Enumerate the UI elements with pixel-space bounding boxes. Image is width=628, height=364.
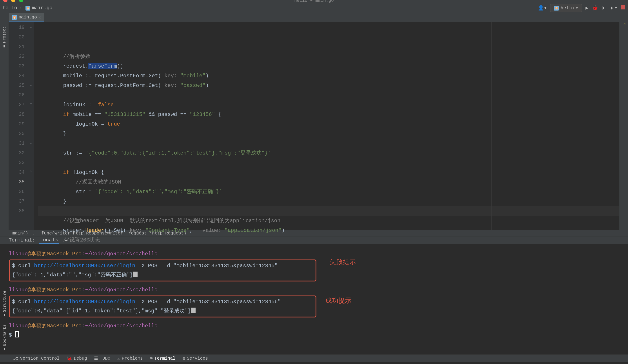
toolwindow-terminal[interactable]: ⌨Terminal	[150, 356, 175, 361]
todo-icon: ☰	[94, 356, 98, 361]
editor-tabs: 🐹 main.go ✕	[0, 13, 628, 22]
structure-icon: ▮	[2, 313, 7, 318]
toolwindow-label: Problems	[122, 356, 143, 361]
toolwindow-label: Terminal	[154, 356, 175, 361]
terminal-line: lishuo@李硕的MacBook Pro:~/Code/goRoot/src/…	[9, 249, 619, 259]
terminal-title: Terminal:	[9, 238, 35, 243]
toolwindow-services[interactable]: ⚙Services	[182, 356, 208, 361]
breadcrumb-sep: 〉	[19, 5, 24, 11]
right-sidebar	[619, 22, 628, 230]
breadcrumb[interactable]: hello 〉 🐹 main.go	[3, 5, 52, 11]
structure-toolwindow-tab[interactable]: ▮ Structure	[2, 291, 7, 318]
editor-area: ▮ Project 192021222324252627282930313233…	[0, 22, 628, 230]
terminal[interactable]: lishuo@李硕的MacBook Pro:~/Code/goRoot/src/…	[0, 244, 628, 354]
breadcrumb-file[interactable]: main.go	[32, 5, 52, 11]
terminal-line: lishuo@李硕的MacBook Pro:~/Code/goRoot/src/…	[9, 285, 619, 295]
terminal-response: {"code":0,"data":{"id":1,"token":"test"}…	[12, 306, 313, 316]
folder-icon: ▮	[2, 44, 6, 49]
titlebar: hello – main.go	[0, 0, 628, 3]
stop-button[interactable]	[621, 5, 625, 11]
chevron-down-icon: ▾	[575, 5, 578, 11]
scope-fn1[interactable]: main()	[12, 231, 28, 236]
toolwindow-version-control[interactable]: ⎇Version Control	[13, 356, 60, 361]
close-window-button[interactable]	[3, 0, 7, 2]
git-icon: ⎇	[13, 356, 18, 361]
left-sidebar-bottom: ▮ Structure ▮ Bookmarks	[0, 291, 9, 356]
run-with-coverage-button[interactable]: ⏵	[601, 5, 606, 11]
terminal-cmd: $ curl http://localhost:8080/user/login …	[12, 261, 313, 270]
run-toolbar: 👤▾ 🐹 hello ▾ ▶ 🐞 ⏵ ⏵▾	[538, 4, 625, 12]
run-config-selector[interactable]: 🐹 hello ▾	[550, 4, 582, 12]
breadcrumb-sep: 〉	[32, 230, 37, 236]
run-button[interactable]: ▶	[586, 5, 588, 11]
annotation-box-ok: $ curl http://localhost:8080/user/login …	[9, 296, 316, 317]
bookmark-icon: ▮	[2, 347, 7, 352]
toolwindow-debug[interactable]: 🐞Debug	[67, 356, 87, 361]
fold-column[interactable]: ⌄⌄⌃⌄⌃	[29, 22, 34, 230]
svc-icon: ⚙	[182, 356, 185, 361]
user-icon[interactable]: 👤▾	[538, 5, 547, 11]
terminal-url-link[interactable]: http://localhost:8080/user/login	[34, 263, 135, 269]
warn-icon: ⚠	[117, 356, 120, 361]
annotation-fail: 失败提示	[330, 257, 356, 266]
gutter[interactable]: 1920212223242526272829303132333435363738	[9, 22, 29, 230]
terminal-line: $	[9, 331, 619, 340]
bookmarks-toolwindow-tab[interactable]: ▮ Bookmarks	[2, 324, 7, 352]
terminal-line: lishuo@李硕的MacBook Pro:~/Code/goRoot/src/…	[9, 321, 619, 331]
editor[interactable]: 1920212223242526272829303132333435363738…	[9, 22, 619, 230]
terminal-cmd: $ curl http://localhost:8080/user/login …	[12, 297, 313, 306]
toolwindow-label: Debug	[74, 356, 87, 361]
go-file-icon: 🐹	[25, 6, 30, 10]
code-area[interactable]: //解析参数 request.ParseForm() mobile := req…	[34, 22, 619, 230]
window-traffic-lights	[3, 0, 23, 2]
terminal-response: {"code":-1,"data":"","msg":"密码不正确"}	[12, 270, 313, 280]
bottom-toolwindow-bar: ⎇Version Control🐞Debug☰TODO⚠Problems⌨Ter…	[0, 354, 628, 362]
left-sidebar: ▮ Project	[0, 22, 9, 230]
run-config-label: hello	[560, 5, 574, 10]
debug-icon: 🐞	[67, 356, 72, 361]
debug-button[interactable]: 🐞	[592, 5, 598, 11]
toolwindow-label: TODO	[100, 356, 110, 361]
close-tab-icon[interactable]: ✕	[39, 15, 41, 20]
toolwindow-todo[interactable]: ☰TODO	[94, 356, 110, 361]
window-title: hello – main.go	[294, 0, 334, 3]
project-toolwindow-tab[interactable]: ▮ Project	[2, 26, 6, 49]
annotation-ok: 成功提示	[325, 296, 352, 305]
tab-label: main.go	[18, 15, 37, 20]
toolwindow-problems[interactable]: ⚠Problems	[117, 356, 143, 361]
annotation-box-fail: $ curl http://localhost:8080/user/login …	[9, 259, 316, 281]
warning-indicator-icon[interactable]: ⚠	[623, 21, 626, 27]
breadcrumb-project[interactable]: hello	[3, 5, 17, 11]
navigation-bar: hello 〉 🐹 main.go 👤▾ 🐹 hello ▾ ▶ 🐞 ⏵ ⏵▾	[0, 3, 628, 13]
editor-tab-main-go[interactable]: 🐹 main.go ✕	[9, 13, 44, 21]
go-file-icon: 🐹	[12, 15, 17, 20]
toolwindow-label: Version Control	[20, 356, 60, 361]
terminal-url-link[interactable]: http://localhost:8080/user/login	[34, 299, 135, 305]
term-icon: ⌨	[150, 356, 153, 361]
go-run-icon: 🐹	[554, 6, 559, 10]
terminal-cursor	[15, 331, 19, 337]
more-run-button[interactable]: ⏵▾	[610, 5, 618, 11]
maximize-window-button[interactable]	[19, 0, 23, 2]
minimize-window-button[interactable]	[11, 0, 15, 2]
toolwindow-label: Services	[187, 356, 208, 361]
